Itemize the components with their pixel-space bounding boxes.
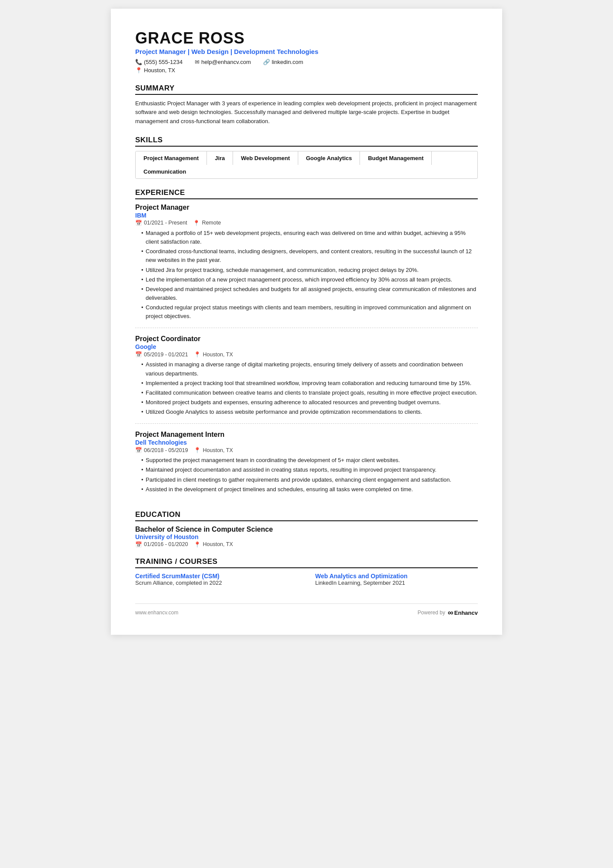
location-icon: 📍 xyxy=(194,351,201,358)
skills-row: Project ManagementJiraWeb DevelopmentGoo… xyxy=(135,151,478,179)
linkedin-contact: 🔗 linkedin.com xyxy=(263,59,303,65)
bullet-item: Coordinated cross-functional teams, incl… xyxy=(141,247,478,265)
education-entry: Bachelor of Science in Computer Science … xyxy=(135,526,478,548)
training-name: Certified ScrumMaster (CSM) xyxy=(135,573,298,580)
candidate-name: GRACE ROSS xyxy=(135,30,478,47)
email-contact: ✉ help@enhancv.com xyxy=(195,59,251,65)
skill-item: Google Analytics xyxy=(298,151,360,165)
experience-entry: Project Management Intern Dell Technolog… xyxy=(135,431,478,501)
location-icon: 📍 xyxy=(135,67,142,74)
bullet-item: Participated in client meetings to gathe… xyxy=(141,476,478,484)
bullet-item: Managed a portfolio of 15+ web developme… xyxy=(141,229,478,246)
exp-dates: 📅 06/2018 - 05/2019 xyxy=(135,447,188,453)
phone-number: (555) 555-1234 xyxy=(144,59,183,65)
location-icon: 📍 xyxy=(193,220,200,226)
experience-title: EXPERIENCE xyxy=(135,188,478,199)
location-icon: 📍 xyxy=(194,447,201,453)
bullet-list: Assisted in managing a diverse range of … xyxy=(135,360,478,416)
linkedin-url: linkedin.com xyxy=(272,59,303,65)
calendar-icon: 📅 xyxy=(135,220,142,226)
bullet-item: Implemented a project tracking tool that… xyxy=(141,379,478,388)
company-name: Google xyxy=(135,343,478,350)
edu-degree: Bachelor of Science in Computer Science xyxy=(135,526,478,533)
edu-meta: 📅 01/2016 - 01/2020 📍 Houston, TX xyxy=(135,541,478,548)
education-container: Bachelor of Science in Computer Science … xyxy=(135,526,478,548)
training-detail: LinkedIn Learning, September 2021 xyxy=(315,580,478,586)
bullet-item: Maintained project documentation and ass… xyxy=(141,466,478,474)
exp-location: 📍 Houston, TX xyxy=(194,447,233,453)
footer-website: www.enhancv.com xyxy=(135,610,178,616)
footer: www.enhancv.com Powered by ∞ Enhancv xyxy=(135,603,478,617)
experience-entry: Project Manager IBM 📅 01/2021 - Present … xyxy=(135,204,478,328)
exp-location: 📍 Remote xyxy=(193,220,221,226)
training-section: TRAINING / COURSES Certified ScrumMaster… xyxy=(135,557,478,586)
exp-location: 📍 Houston, TX xyxy=(194,351,233,358)
skill-item: Budget Management xyxy=(360,151,432,165)
exp-meta: 📅 01/2021 - Present 📍 Remote xyxy=(135,220,478,226)
training-name: Web Analytics and Optimization xyxy=(315,573,478,580)
bullet-item: Led the implementation of a new project … xyxy=(141,275,478,284)
experience-section: EXPERIENCE Project Manager IBM 📅 01/2021… xyxy=(135,188,478,501)
skill-item: Jira xyxy=(207,151,233,165)
training-container: Certified ScrumMaster (CSM) Scrum Allian… xyxy=(135,573,478,586)
bullet-item: Assisted in the development of project t… xyxy=(141,485,478,494)
summary-section: SUMMARY Enthusiastic Project Manager wit… xyxy=(135,84,478,126)
exp-meta: 📅 05/2019 - 01/2021 📍 Houston, TX xyxy=(135,351,478,358)
job-title: Project Manager xyxy=(135,204,478,211)
bullet-item: Utilized Jira for project tracking, sche… xyxy=(141,266,478,275)
enhancv-logo: ∞ Enhancv xyxy=(448,608,478,617)
location-row: 📍 Houston, TX xyxy=(135,67,478,74)
footer-powered: Powered by ∞ Enhancv xyxy=(418,608,478,617)
calendar-icon: 📅 xyxy=(135,351,142,358)
skill-item: Web Development xyxy=(233,151,298,165)
skill-item: Communication xyxy=(136,165,194,178)
training-title: TRAINING / COURSES xyxy=(135,557,478,568)
exp-meta: 📅 06/2018 - 05/2019 📍 Houston, TX xyxy=(135,447,478,453)
experience-container: Project Manager IBM 📅 01/2021 - Present … xyxy=(135,204,478,501)
bullet-item: Conducted regular project status meeting… xyxy=(141,303,478,321)
skill-item: Project Management xyxy=(136,151,207,165)
training-detail: Scrum Alliance, completed in 2022 xyxy=(135,580,298,586)
edu-location: 📍 Houston, TX xyxy=(194,541,233,548)
job-title: Project Coordinator xyxy=(135,335,478,343)
header: GRACE ROSS Project Manager | Web Design … xyxy=(135,30,478,74)
bullet-item: Facilitated communication between creati… xyxy=(141,389,478,397)
bullet-item: Developed and maintained project schedul… xyxy=(141,285,478,302)
edu-dates: 📅 01/2016 - 01/2020 xyxy=(135,541,188,548)
phone-contact: 📞 (555) 555-1234 xyxy=(135,59,183,65)
education-section: EDUCATION Bachelor of Science in Compute… xyxy=(135,510,478,548)
bullet-list: Supported the project management team in… xyxy=(135,456,478,494)
link-icon: 🔗 xyxy=(263,59,270,65)
exp-dates: 📅 05/2019 - 01/2021 xyxy=(135,351,188,358)
skills-title: SKILLS xyxy=(135,136,478,147)
enhancv-brand: Enhancv xyxy=(454,610,478,616)
training-entry: Certified ScrumMaster (CSM) Scrum Allian… xyxy=(135,573,298,586)
edu-school: University of Houston xyxy=(135,533,478,540)
phone-icon: 📞 xyxy=(135,59,142,65)
bullet-list: Managed a portfolio of 15+ web developme… xyxy=(135,229,478,321)
training-entry: Web Analytics and Optimization LinkedIn … xyxy=(315,573,478,586)
job-title: Project Management Intern xyxy=(135,431,478,439)
experience-entry: Project Coordinator Google 📅 05/2019 - 0… xyxy=(135,335,478,424)
powered-by-text: Powered by xyxy=(418,610,445,616)
contact-row: 📞 (555) 555-1234 ✉ help@enhancv.com 🔗 li… xyxy=(135,59,478,66)
skills-section: SKILLS Project ManagementJiraWeb Develop… xyxy=(135,136,478,179)
exp-dates: 📅 01/2021 - Present xyxy=(135,220,187,226)
company-name: IBM xyxy=(135,212,478,219)
location-icon: 📍 xyxy=(194,541,201,548)
bullet-item: Monitored project budgets and expenses, … xyxy=(141,398,478,407)
summary-text: Enthusiastic Project Manager with 3 year… xyxy=(135,99,478,126)
education-title: EDUCATION xyxy=(135,510,478,521)
bullet-item: Utilized Google Analytics to assess webs… xyxy=(141,408,478,416)
bullet-item: Supported the project management team in… xyxy=(141,456,478,465)
candidate-title: Project Manager | Web Design | Developme… xyxy=(135,48,478,55)
enhancv-logo-icon: ∞ xyxy=(448,608,453,617)
calendar-icon: 📅 xyxy=(135,447,142,453)
bullet-item: Assisted in managing a diverse range of … xyxy=(141,360,478,378)
company-name: Dell Technologies xyxy=(135,439,478,446)
location-text: Houston, TX xyxy=(144,67,175,74)
resume-page: GRACE ROSS Project Manager | Web Design … xyxy=(111,9,502,635)
email-address: help@enhancv.com xyxy=(201,59,251,65)
calendar-icon: 📅 xyxy=(135,541,142,548)
summary-title: SUMMARY xyxy=(135,84,478,95)
